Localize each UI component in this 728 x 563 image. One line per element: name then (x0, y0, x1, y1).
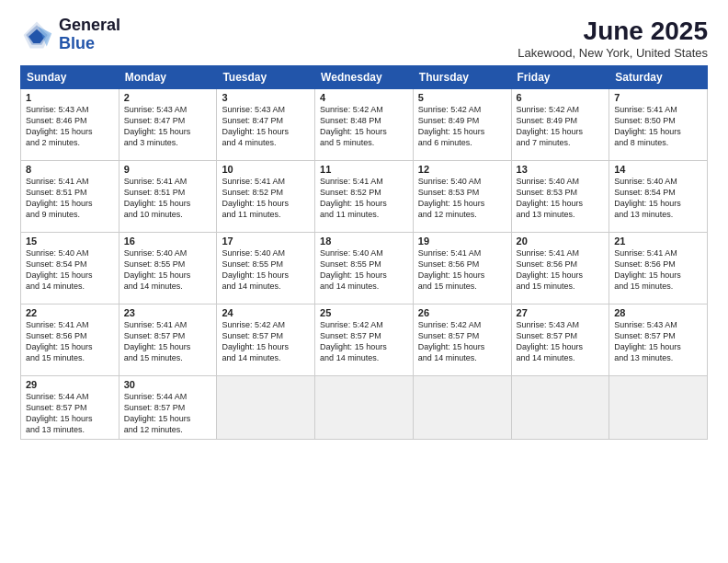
logo-general: General (59, 16, 120, 34)
cell-text: Sunrise: 5:41 AM Sunset: 8:51 PM Dayligh… (124, 176, 212, 221)
table-row: 15Sunrise: 5:40 AM Sunset: 8:54 PM Dayli… (21, 233, 119, 304)
table-row: 14Sunrise: 5:40 AM Sunset: 8:54 PM Dayli… (609, 161, 708, 233)
cell-text: Sunrise: 5:40 AM Sunset: 8:53 PM Dayligh… (517, 176, 605, 221)
table-row (609, 376, 708, 440)
table-row: 18Sunrise: 5:40 AM Sunset: 8:55 PM Dayli… (315, 233, 414, 304)
day-number: 9 (124, 164, 212, 175)
table-row (413, 376, 511, 440)
table-row: 2Sunrise: 5:43 AM Sunset: 8:47 PM Daylig… (119, 89, 217, 161)
table-row: 30Sunrise: 5:44 AM Sunset: 8:57 PM Dayli… (119, 376, 217, 440)
table-row: 26Sunrise: 5:42 AM Sunset: 8:57 PM Dayli… (413, 304, 511, 376)
table-row: 23Sunrise: 5:41 AM Sunset: 8:57 PM Dayli… (119, 304, 217, 376)
logo-blue: Blue (59, 34, 95, 52)
cell-text: Sunrise: 5:44 AM Sunset: 8:57 PM Dayligh… (26, 391, 114, 436)
calendar-header-row: Sunday Monday Tuesday Wednesday Thursday… (21, 66, 708, 89)
col-monday: Monday (119, 66, 217, 89)
cell-text: Sunrise: 5:40 AM Sunset: 8:54 PM Dayligh… (614, 176, 702, 221)
table-row: 27Sunrise: 5:43 AM Sunset: 8:57 PM Dayli… (511, 304, 609, 376)
day-number: 5 (418, 92, 506, 103)
day-number: 26 (418, 307, 506, 318)
table-row: 19Sunrise: 5:41 AM Sunset: 8:56 PM Dayli… (413, 233, 511, 304)
table-row: 24Sunrise: 5:42 AM Sunset: 8:57 PM Dayli… (217, 304, 315, 376)
table-row (511, 376, 609, 440)
day-number: 28 (614, 307, 702, 318)
main-title: June 2025 (518, 17, 708, 46)
day-number: 17 (222, 236, 310, 247)
table-row: 4Sunrise: 5:42 AM Sunset: 8:48 PM Daylig… (315, 89, 414, 161)
col-thursday: Thursday (413, 66, 511, 89)
cell-text: Sunrise: 5:41 AM Sunset: 8:56 PM Dayligh… (26, 319, 114, 364)
day-number: 14 (614, 164, 702, 175)
cell-text: Sunrise: 5:41 AM Sunset: 8:51 PM Dayligh… (26, 176, 114, 221)
cell-text: Sunrise: 5:42 AM Sunset: 8:48 PM Dayligh… (320, 104, 408, 149)
day-number: 21 (614, 236, 702, 247)
cell-text: Sunrise: 5:43 AM Sunset: 8:57 PM Dayligh… (614, 319, 702, 364)
cell-text: Sunrise: 5:41 AM Sunset: 8:52 PM Dayligh… (320, 176, 408, 221)
day-number: 12 (418, 164, 506, 175)
day-number: 3 (222, 92, 310, 103)
cell-text: Sunrise: 5:43 AM Sunset: 8:47 PM Dayligh… (124, 104, 212, 149)
day-number: 11 (320, 164, 408, 175)
col-wednesday: Wednesday (315, 66, 414, 89)
day-number: 20 (517, 236, 605, 247)
col-friday: Friday (511, 66, 609, 89)
col-tuesday: Tuesday (217, 66, 315, 89)
cell-text: Sunrise: 5:40 AM Sunset: 8:55 PM Dayligh… (124, 247, 212, 293)
cell-text: Sunrise: 5:42 AM Sunset: 8:57 PM Dayligh… (222, 319, 310, 364)
day-number: 4 (320, 92, 408, 103)
day-number: 1 (26, 92, 114, 103)
col-saturday: Saturday (609, 66, 708, 89)
table-row: 16Sunrise: 5:40 AM Sunset: 8:55 PM Dayli… (119, 233, 217, 304)
table-row: 1Sunrise: 5:43 AM Sunset: 8:46 PM Daylig… (21, 89, 119, 161)
table-row: 7Sunrise: 5:41 AM Sunset: 8:50 PM Daylig… (609, 89, 708, 161)
day-number: 8 (26, 164, 114, 175)
table-row: 20Sunrise: 5:41 AM Sunset: 8:56 PM Dayli… (511, 233, 609, 304)
table-row: 29Sunrise: 5:44 AM Sunset: 8:57 PM Dayli… (21, 376, 119, 440)
subtitle: Lakewood, New York, United States (518, 46, 708, 60)
cell-text: Sunrise: 5:41 AM Sunset: 8:56 PM Dayligh… (418, 247, 506, 293)
table-row: 10Sunrise: 5:41 AM Sunset: 8:52 PM Dayli… (217, 161, 315, 233)
cell-text: Sunrise: 5:40 AM Sunset: 8:55 PM Dayligh… (222, 247, 310, 293)
table-row: 8Sunrise: 5:41 AM Sunset: 8:51 PM Daylig… (21, 161, 119, 233)
table-row: 6Sunrise: 5:42 AM Sunset: 8:49 PM Daylig… (511, 89, 609, 161)
table-row: 3Sunrise: 5:43 AM Sunset: 8:47 PM Daylig… (217, 89, 315, 161)
day-number: 24 (222, 307, 310, 318)
cell-text: Sunrise: 5:43 AM Sunset: 8:57 PM Dayligh… (517, 319, 605, 364)
cell-text: Sunrise: 5:42 AM Sunset: 8:57 PM Dayligh… (320, 319, 408, 364)
table-row: 21Sunrise: 5:41 AM Sunset: 8:56 PM Dayli… (609, 233, 708, 304)
day-number: 22 (26, 307, 114, 318)
cell-text: Sunrise: 5:41 AM Sunset: 8:57 PM Dayligh… (124, 319, 212, 364)
day-number: 27 (517, 307, 605, 318)
day-number: 10 (222, 164, 310, 175)
day-number: 18 (320, 236, 408, 247)
table-row: 13Sunrise: 5:40 AM Sunset: 8:53 PM Dayli… (511, 161, 609, 233)
cell-text: Sunrise: 5:40 AM Sunset: 8:54 PM Dayligh… (26, 247, 114, 293)
cell-text: Sunrise: 5:41 AM Sunset: 8:52 PM Dayligh… (222, 176, 310, 221)
day-number: 15 (26, 236, 114, 247)
calendar: Sunday Monday Tuesday Wednesday Thursday… (20, 65, 708, 440)
title-block: June 2025 Lakewood, New York, United Sta… (518, 17, 708, 60)
day-number: 25 (320, 307, 408, 318)
day-number: 19 (418, 236, 506, 247)
table-row (315, 376, 414, 440)
table-row: 9Sunrise: 5:41 AM Sunset: 8:51 PM Daylig… (119, 161, 217, 233)
cell-text: Sunrise: 5:40 AM Sunset: 8:53 PM Dayligh… (418, 176, 506, 221)
cell-text: Sunrise: 5:43 AM Sunset: 8:46 PM Dayligh… (26, 104, 114, 149)
page: General Blue June 2025 Lakewood, New Yor… (0, 0, 728, 563)
cell-text: Sunrise: 5:42 AM Sunset: 8:49 PM Dayligh… (418, 104, 506, 149)
table-row: 22Sunrise: 5:41 AM Sunset: 8:56 PM Dayli… (21, 304, 119, 376)
header: General Blue June 2025 Lakewood, New Yor… (20, 17, 708, 60)
cell-text: Sunrise: 5:41 AM Sunset: 8:50 PM Dayligh… (614, 104, 702, 149)
logo-text: General Blue (59, 17, 120, 53)
cell-text: Sunrise: 5:43 AM Sunset: 8:47 PM Dayligh… (222, 104, 310, 149)
table-row: 5Sunrise: 5:42 AM Sunset: 8:49 PM Daylig… (413, 89, 511, 161)
col-sunday: Sunday (21, 66, 119, 89)
table-row: 25Sunrise: 5:42 AM Sunset: 8:57 PM Dayli… (315, 304, 414, 376)
table-row: 11Sunrise: 5:41 AM Sunset: 8:52 PM Dayli… (315, 161, 414, 233)
table-row: 28Sunrise: 5:43 AM Sunset: 8:57 PM Dayli… (609, 304, 708, 376)
day-number: 30 (124, 379, 212, 390)
logo: General Blue (20, 17, 120, 53)
day-number: 16 (124, 236, 212, 247)
cell-text: Sunrise: 5:41 AM Sunset: 8:56 PM Dayligh… (614, 247, 702, 293)
day-number: 29 (26, 379, 114, 390)
